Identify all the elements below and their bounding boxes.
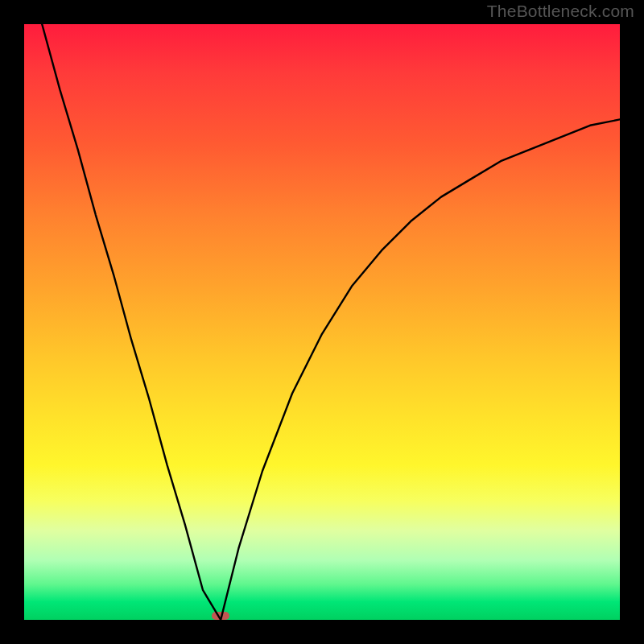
plot-area (24, 24, 620, 620)
bottleneck-curve (24, 24, 620, 620)
curve-path (42, 24, 620, 620)
watermark-text: TheBottleneck.com (487, 2, 634, 21)
chart-frame: TheBottleneck.com (0, 0, 644, 644)
